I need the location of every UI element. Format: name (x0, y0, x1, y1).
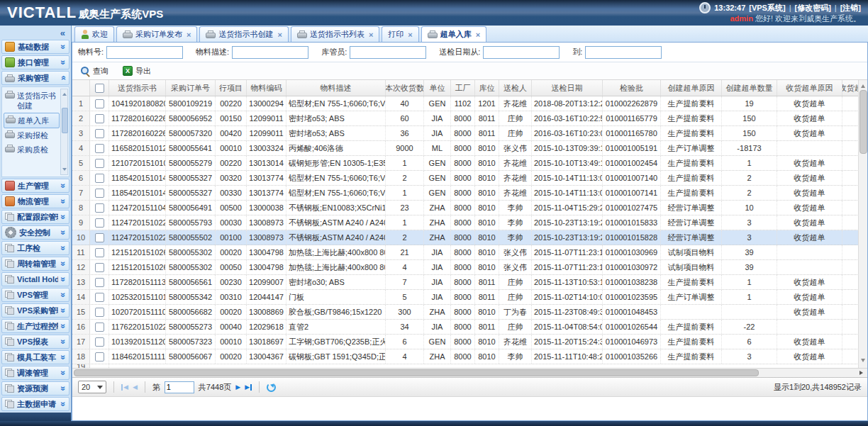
table-header-cell[interactable]: 收货超单原因 (777, 80, 842, 96)
first-page-button[interactable]: ◀ (121, 383, 128, 391)
tab-打印[interactable]: 打印× (382, 26, 418, 42)
row-checkbox[interactable] (95, 233, 104, 242)
row-checkbox[interactable] (95, 352, 104, 361)
table-header-cell[interactable]: 库位 (475, 80, 499, 96)
sidebar-item[interactable]: 采购质检 (4, 142, 60, 157)
table-header-cell[interactable]: 物料描述 (286, 80, 386, 96)
sidebar-group[interactable]: Victall Holding» (1, 272, 69, 286)
select-all-checkbox[interactable] (95, 84, 104, 93)
scroll-down-icon[interactable] (62, 168, 67, 173)
table-row[interactable]: 131172820151113058000565610023012099007密… (72, 275, 867, 290)
submenu-scrollbar-thumb[interactable] (62, 108, 68, 133)
refresh-icon[interactable] (267, 383, 276, 392)
scroll-down-icon[interactable] (861, 359, 865, 364)
table-row[interactable]: 111215120151026058000553020002013004798加… (72, 245, 867, 260)
tab-送货指示书创建[interactable]: 送货指示书创建× (199, 26, 288, 42)
submenu-scrollbar[interactable] (60, 89, 68, 175)
page-size-select[interactable]: 20 (78, 381, 106, 393)
warehouse-keeper-input[interactable] (350, 46, 426, 59)
row-checkbox[interactable] (95, 337, 104, 347)
table-header-cell[interactable]: 送检日期 (532, 80, 603, 96)
row-checkbox[interactable] (95, 189, 104, 198)
table-row[interactable]: 71185420151014058000553270033013013774铝型… (72, 186, 867, 201)
table-row[interactable]: 91124720151022058000557930003013008973不锈… (72, 215, 867, 230)
row-checkbox[interactable] (95, 129, 104, 138)
table-row[interactable]: 121215120151026058000553020005013004798加… (72, 260, 867, 275)
sidebar-group[interactable]: 采购管理» (1, 71, 69, 85)
table-row[interactable]: 11041920180820058001092190022013000294铝型… (72, 96, 867, 111)
sidebar-group[interactable]: 基础数据» (1, 40, 69, 54)
scroll-right-icon[interactable] (859, 371, 865, 375)
query-button[interactable]: 查询 (78, 65, 111, 78)
inspect-date-to-input[interactable] (585, 46, 662, 59)
table-header-cell[interactable]: 本次收货数 (386, 80, 424, 96)
table-header-cell[interactable]: 工厂 (451, 80, 475, 96)
sidebar-collapse-icon[interactable]: « (60, 28, 65, 38)
sidebar-group[interactable]: 工序检» (1, 241, 69, 255)
horizontal-scrollbar-thumb[interactable] (74, 369, 759, 376)
row-checkbox[interactable] (95, 248, 104, 257)
row-checkbox[interactable] (95, 99, 104, 108)
sidebar-group[interactable]: 资源预测» (1, 381, 69, 396)
row-checkbox[interactable] (95, 293, 104, 302)
sidebar-group[interactable]: 接口管理» (1, 55, 69, 69)
table-row[interactable]: 181184620151111058000560670002013004367碳… (72, 349, 867, 364)
row-checkbox[interactable] (95, 114, 104, 123)
sidebar-group[interactable]: VPS采购管理» (1, 303, 69, 318)
row-checkbox[interactable] (95, 203, 104, 213)
table-header-cell[interactable]: 送货指示书 (109, 80, 166, 96)
row-checkbox[interactable] (95, 278, 104, 287)
table-row[interactable]: 161176220151022058000552730004012029618直… (72, 320, 867, 335)
table-row[interactable]: 101124720151022058000555020010013008973不… (72, 230, 867, 245)
sidebar-item[interactable]: 超单入库 (4, 113, 60, 128)
table-header-cell[interactable]: 创建超单原因 (661, 80, 722, 96)
table-row[interactable]: 151020720151110058000566820002013008869胶… (72, 305, 867, 320)
row-checkbox[interactable] (95, 159, 104, 168)
link-change-password[interactable]: [修改密码] (794, 3, 830, 13)
vertical-scrollbar-thumb[interactable] (859, 90, 867, 154)
table-row[interactable]: 21172820160226058000569520015012099011密封… (72, 111, 867, 126)
table-row[interactable]: 171013920151120058000573230001013018697工… (72, 335, 867, 349)
sidebar-item[interactable]: 采购报检 (4, 128, 60, 142)
sidebar-group[interactable]: VPS报表» (1, 335, 69, 349)
link-vps-system[interactable]: [VPS系统] (749, 3, 785, 13)
table-header-cell[interactable]: 送检人 (499, 80, 532, 96)
tab-送货指示书列表[interactable]: 送货指示书列表× (291, 26, 379, 42)
table-row[interactable]: 61185420151014058000553270032013013774铝型… (72, 171, 867, 186)
sidebar-group[interactable]: 模具工装车» (1, 350, 69, 364)
scroll-up-icon[interactable] (62, 91, 67, 96)
table-header-cell[interactable]: 检验批 (603, 80, 661, 96)
sidebar-group[interactable]: 配置跟踪管理» (1, 210, 69, 224)
tab-close-icon[interactable]: × (408, 30, 412, 39)
row-checkbox[interactable] (95, 263, 104, 272)
table-header-cell[interactable]: 单位 (424, 80, 451, 96)
tab-close-icon[interactable]: × (369, 30, 373, 39)
tab-超单入库[interactable]: 超单入库× (421, 26, 486, 42)
sidebar-group[interactable]: 调漆管理» (1, 366, 69, 380)
tab-欢迎[interactable]: 欢迎 (74, 26, 114, 42)
row-checkbox[interactable] (95, 218, 104, 228)
export-button[interactable]: 导出 (120, 65, 154, 78)
sidebar-item[interactable]: 送货指示书创建 (4, 89, 60, 113)
sidebar-group[interactable]: 生产管理» (1, 179, 69, 193)
sidebar-group[interactable]: 生产过程控制» (1, 319, 69, 333)
sidebar-group[interactable]: 安全控制» (1, 225, 69, 240)
prev-page-button[interactable]: ◀ (133, 383, 138, 391)
table-row[interactable]: 31172820160226058000573200042012099011密封… (72, 126, 867, 141)
table-header-cell[interactable]: 行项目 (216, 80, 247, 96)
table-row[interactable]: 81124720151104058000564910050013000038不锈… (72, 201, 867, 215)
sidebar-group[interactable]: 物流管理» (1, 194, 69, 208)
scroll-up-icon[interactable] (861, 82, 865, 88)
tab-close-icon[interactable]: × (476, 30, 480, 39)
table-row[interactable]: 141025320151101158000553420031012044147门… (72, 290, 867, 305)
last-page-button[interactable]: ▶ (245, 383, 252, 391)
material-desc-input[interactable] (232, 46, 308, 59)
table-header-cell[interactable]: 采购订单号 (166, 80, 216, 96)
table-header-cell[interactable]: 物料编码 (247, 80, 286, 96)
row-checkbox[interactable] (95, 144, 104, 153)
row-checkbox[interactable] (95, 323, 104, 332)
table-row[interactable]: 41165820151012058000556410001013003324丙烯… (72, 141, 867, 156)
link-logout[interactable]: [注销] (840, 3, 861, 13)
inspect-date-from-input[interactable] (483, 46, 560, 59)
tab-close-icon[interactable]: × (187, 30, 191, 39)
